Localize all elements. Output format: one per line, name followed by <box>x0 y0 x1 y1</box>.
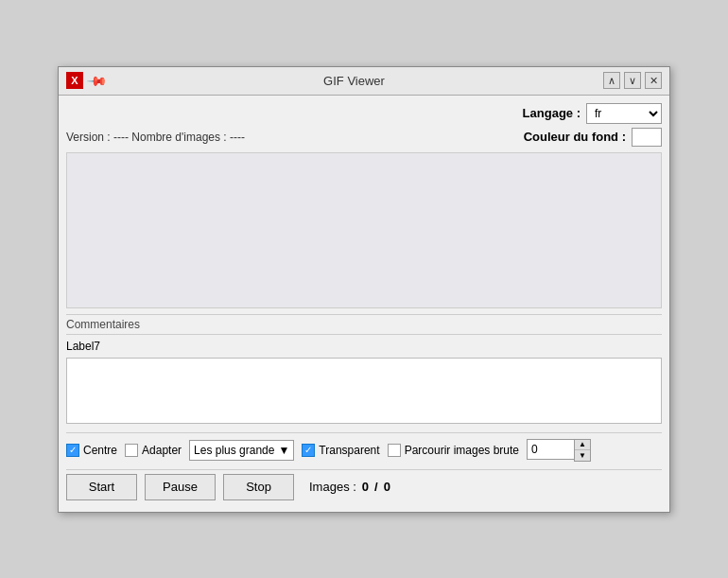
language-label: Langage : <box>523 106 581 120</box>
images-current: 0 <box>362 480 369 494</box>
close-button[interactable]: ✕ <box>645 72 662 89</box>
title-bar-left: X 📌 <box>66 72 105 89</box>
adapter-group: Adapter <box>125 444 182 457</box>
title-bar-controls: ∧ ∨ ✕ <box>603 72 662 89</box>
content-area: Langage : fr en de es Version : ---- Nom… <box>59 96 669 512</box>
bg-color-label: Couleur du fond : <box>524 130 626 144</box>
stop-button[interactable]: Stop <box>223 474 294 500</box>
info-row: Version : ---- Nombre d'images : ---- Co… <box>66 128 662 147</box>
transparent-checkbox[interactable] <box>302 444 315 457</box>
transparent-group: Transparent <box>302 444 379 457</box>
parcourir-label: Parcourir images brute <box>405 444 519 457</box>
parcourir-checkbox[interactable] <box>388 444 401 457</box>
window-title: GIF Viewer <box>105 74 603 88</box>
size-dropdown[interactable]: Les plus grande ▼ <box>189 440 294 461</box>
centre-checkbox[interactable] <box>66 444 79 457</box>
start-button[interactable]: Start <box>66 474 137 500</box>
window-icon: X <box>66 72 83 89</box>
language-row: Langage : fr en de es <box>66 103 662 124</box>
spinner-value: 0 <box>527 439 574 460</box>
pause-button[interactable]: Pause <box>145 474 216 500</box>
transparent-label: Transparent <box>319 444 379 457</box>
comments-textarea[interactable] <box>66 358 662 424</box>
language-select[interactable]: fr en de es <box>586 103 662 124</box>
label7-text: Label7 <box>66 338 662 355</box>
comments-label: Commentaires <box>66 314 662 335</box>
dropdown-arrow-icon: ▼ <box>278 444 289 457</box>
version-text: Version : ---- Nombre d'images : ---- <box>66 131 245 144</box>
title-bar: X 📌 GIF Viewer ∧ ∨ ✕ <box>59 67 669 96</box>
minimize-button[interactable]: ∧ <box>603 72 620 89</box>
size-dropdown-label: Les plus grande <box>194 444 274 457</box>
centre-label: Centre <box>83 444 117 457</box>
images-info: Images : 0 / 0 <box>309 480 390 494</box>
adapter-checkbox[interactable] <box>125 444 138 457</box>
images-separator: / <box>374 480 378 494</box>
spinner-down-button[interactable]: ▼ <box>575 450 590 461</box>
buttons-row: Start Pause Stop Images : 0 / 0 <box>66 469 662 504</box>
maximize-button[interactable]: ∨ <box>624 72 641 89</box>
main-window: X 📌 GIF Viewer ∧ ∨ ✕ Langage : fr en de … <box>58 66 670 513</box>
images-label: Images : <box>309 480 356 494</box>
options-row: Centre Adapter Les plus grande ▼ Transpa… <box>66 432 662 462</box>
adapter-label: Adapter <box>142 444 182 457</box>
spinner-group: 0 ▲ ▼ <box>527 439 591 462</box>
bg-color-box[interactable] <box>632 128 662 147</box>
spinner-arrows: ▲ ▼ <box>574 439 591 462</box>
images-total: 0 <box>384 480 390 494</box>
centre-group: Centre <box>66 444 117 457</box>
bg-color-section: Couleur du fond : <box>524 128 662 147</box>
image-display-area <box>66 152 662 308</box>
parcourir-group: Parcourir images brute <box>388 444 519 457</box>
spinner-up-button[interactable]: ▲ <box>575 440 590 450</box>
